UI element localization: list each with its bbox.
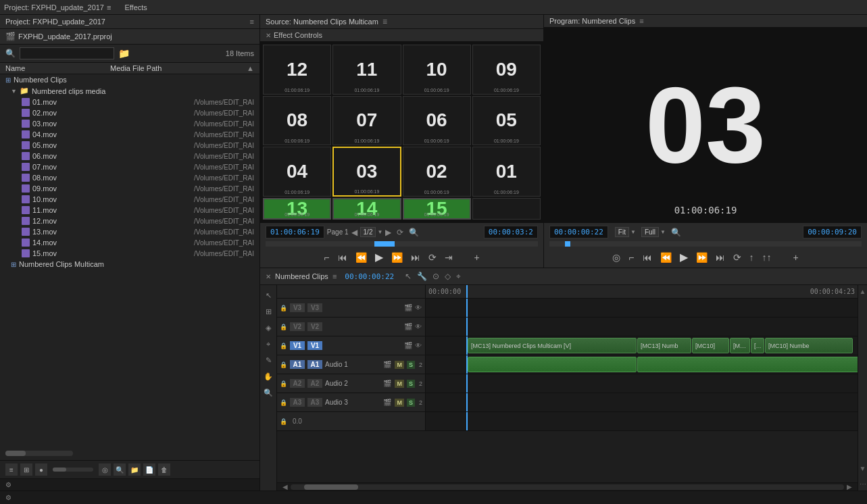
mc-cell[interactable]: 15 01:00:06:19: [403, 198, 471, 220]
source-loop[interactable]: ⟳: [427, 251, 438, 264]
mc-cell[interactable]: 06 01:00:06:19: [403, 96, 471, 146]
track-lock-icon[interactable]: 🔒: [280, 399, 287, 406]
group-numbered-clips[interactable]: ⊞ Numbered Clips: [0, 74, 259, 85]
list-item[interactable]: 15.mov /Volumes/EDIT_RAI: [0, 248, 259, 259]
next-page-btn[interactable]: ▶: [385, 228, 391, 237]
track-type-btn-A3[interactable]: A3: [290, 398, 305, 407]
program-scrub-bar[interactable]: [549, 241, 862, 247]
tool-ripple[interactable]: ⊙: [431, 270, 441, 282]
list-item[interactable]: 12.mov /Volumes/EDIT_RAI: [0, 216, 259, 226]
source-zoom-icon[interactable]: 🔍: [409, 228, 419, 237]
list-item[interactable]: 14.mov /Volumes/EDIT_RAI: [0, 237, 259, 248]
track-type-btn-A2[interactable]: A2: [290, 379, 305, 388]
folder-icon[interactable]: 📁: [118, 48, 130, 59]
track-film-icon-V2[interactable]: 🎬: [403, 322, 413, 331]
program-loop[interactable]: ⟳: [732, 251, 743, 264]
track-s-btn-A3[interactable]: S: [407, 399, 415, 407]
timeline-current-time[interactable]: 00:00:00:22: [345, 272, 394, 281]
track-content-A3[interactable]: [426, 393, 858, 411]
mc-cell[interactable]: 08 01:00:06:19: [263, 96, 331, 146]
clip-V1-2[interactable]: [MC10]: [692, 338, 729, 353]
source-timecode-display[interactable]: 01:00:06:19: [266, 226, 324, 238]
program-scrub-thumb[interactable]: [565, 241, 570, 247]
track-sync-btn-A3[interactable]: A3: [307, 398, 322, 407]
track-sync-btn-A1[interactable]: A1: [307, 360, 322, 369]
page-dropdown-val[interactable]: 1/2: [360, 227, 376, 237]
project-menu-icon[interactable]: ≡: [107, 3, 111, 11]
list-item[interactable]: 11.mov /Volumes/EDIT_RAI: [0, 205, 259, 216]
track-m-btn-A2[interactable]: M: [395, 380, 404, 388]
automate-button[interactable]: ◎: [99, 463, 111, 476]
project-header-menu[interactable]: ≡: [250, 18, 254, 26]
fit-val[interactable]: Fit: [615, 227, 629, 237]
tl-tool-hand[interactable]: ✋: [262, 370, 274, 382]
source-step-fwd[interactable]: ⏭: [410, 251, 422, 264]
source-monitor-menu[interactable]: ≡: [382, 17, 387, 26]
track-film-icon-A2[interactable]: 🎬: [382, 379, 392, 388]
track-sync-btn-V3[interactable]: V3: [307, 303, 322, 312]
tl-tool-pen[interactable]: ✎: [262, 354, 274, 366]
clip-V1-3[interactable]: [MC7]: [730, 338, 750, 353]
mc-cell[interactable]: 10 01:00:06:19: [403, 45, 471, 95]
track-film-icon-V1[interactable]: 🎬: [403, 341, 413, 350]
scroll-left-btn[interactable]: ◀: [280, 482, 291, 491]
source-step-back[interactable]: ⏮: [337, 251, 349, 264]
track-s-btn-A1[interactable]: S: [407, 361, 415, 369]
search-bottom-button[interactable]: 🔍: [114, 463, 126, 476]
track-content-A1[interactable]: [426, 355, 858, 374]
tool-razor[interactable]: ◇: [443, 270, 452, 282]
timecode-content-cell[interactable]: [426, 412, 858, 430]
track-sync-btn-A2[interactable]: A2: [307, 379, 322, 388]
track-type-btn-V2[interactable]: V2: [290, 322, 305, 331]
program-add-edit[interactable]: +: [792, 251, 800, 264]
track-eye-icon-V3[interactable]: 👁: [414, 303, 422, 312]
fit-dropdown[interactable]: Fit ▼: [615, 227, 636, 237]
tool-slip[interactable]: ⌖: [455, 270, 462, 282]
tl-tool-zoom[interactable]: 🔍: [262, 386, 274, 399]
v-scroll-bottom[interactable]: ⋯: [858, 479, 868, 489]
source-play[interactable]: ▶: [374, 249, 385, 265]
track-film-icon-A1[interactable]: 🎬: [382, 360, 392, 369]
program-step-fwd[interactable]: ⏭: [714, 251, 726, 264]
sub-group-numbered-media[interactable]: ▼ 📁 Numbered clips media: [0, 85, 259, 97]
list-item[interactable]: 08.mov /Volumes/EDIT_RAI: [0, 172, 259, 183]
mc-cell[interactable]: 07 01:00:06:19: [332, 96, 401, 146]
multicam-item[interactable]: ⊞ Numbered Clips Multicam: [0, 259, 259, 270]
list-item[interactable]: 13.mov /Volumes/EDIT_RAI: [0, 226, 259, 237]
track-s-btn-A2[interactable]: S: [407, 380, 415, 388]
track-film-icon-V3[interactable]: 🎬: [403, 303, 413, 312]
tool-select[interactable]: ↖: [403, 270, 413, 282]
effect-controls-close-icon[interactable]: ✕: [266, 32, 271, 39]
list-item[interactable]: 05.mov /Volumes/EDIT_RAI: [0, 140, 259, 151]
full-dropdown[interactable]: Full ▼: [641, 227, 666, 237]
clip-V1-4[interactable]: [MC: [751, 338, 764, 353]
mc-cell[interactable]: 14 01:00:06:19: [332, 198, 401, 220]
mc-cell[interactable]: [472, 198, 541, 220]
source-fast-forward[interactable]: ⏩: [390, 251, 404, 264]
mc-cell[interactable]: 12 01:00:06:19: [263, 45, 331, 95]
timeline-ruler[interactable]: 00:00:00 00:00:04:23: [426, 285, 858, 299]
list-item[interactable]: 10.mov /Volumes/EDIT_RAI: [0, 194, 259, 205]
timeline-h-scrollbar[interactable]: ◀ ▶: [277, 482, 858, 490]
program-duration[interactable]: 00:00:09:20: [803, 226, 862, 238]
program-step-back[interactable]: ⏮: [641, 251, 653, 264]
tl-tool-rolling[interactable]: ◈: [262, 322, 274, 334]
new-item-button[interactable]: 📄: [143, 463, 155, 476]
track-type-btn-V3[interactable]: V3: [290, 303, 305, 312]
effects-label[interactable]: Effects: [124, 3, 147, 11]
mc-cell[interactable]: 03 01:00:06:19: [332, 147, 401, 197]
scroll-right-btn[interactable]: ▶: [844, 482, 855, 491]
folder-new-button[interactable]: 📁: [128, 463, 141, 476]
v-scroll-up[interactable]: ▲: [858, 286, 867, 297]
source-insert[interactable]: ⇥: [443, 251, 454, 264]
source-scrub-bar[interactable]: [266, 241, 538, 247]
track-type-btn-V1[interactable]: V1: [290, 341, 305, 350]
timeline-menu-icon[interactable]: ≡: [332, 272, 337, 280]
clip-V1-0[interactable]: [MC13] Numbered Clips Multicam [V]: [468, 338, 637, 353]
track-lock-icon[interactable]: 🔒: [280, 305, 287, 311]
mc-cell[interactable]: 13 01:00:06:19: [263, 198, 331, 220]
track-lock-icon[interactable]: 🔒: [280, 324, 287, 330]
track-sync-btn-V2[interactable]: V2: [307, 322, 322, 331]
timecode-lock-icon[interactable]: 🔒: [280, 418, 287, 425]
mc-cell[interactable]: 01 01:00:06:19: [472, 147, 541, 197]
